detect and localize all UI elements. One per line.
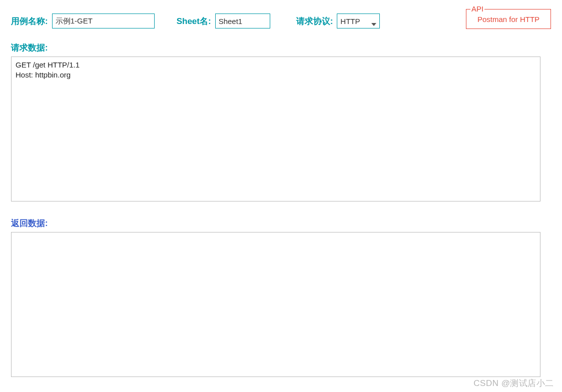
protocol-select[interactable]: HTTP [337, 14, 380, 28]
protocol-label: 请求协议: [296, 16, 333, 27]
case-name-label: 用例名称: [11, 16, 48, 27]
chevron-down-icon [371, 23, 376, 26]
case-name-input[interactable] [52, 14, 155, 28]
response-data-label: 返回数据: [11, 218, 551, 229]
api-text: Postman for HTTP [477, 15, 539, 24]
api-group-box: API Postman for HTTP [466, 9, 551, 29]
watermark-text: CSDN @测试店小二 [473, 378, 554, 389]
api-legend: API [470, 4, 484, 13]
sheet-name-input[interactable] [215, 14, 270, 28]
sheet-name-label: Sheet名: [177, 16, 211, 27]
response-data-textarea[interactable] [11, 232, 540, 377]
request-data-textarea[interactable] [11, 56, 540, 202]
protocol-select-value: HTTP [340, 17, 360, 26]
request-data-label: 请求数据: [11, 42, 551, 54]
